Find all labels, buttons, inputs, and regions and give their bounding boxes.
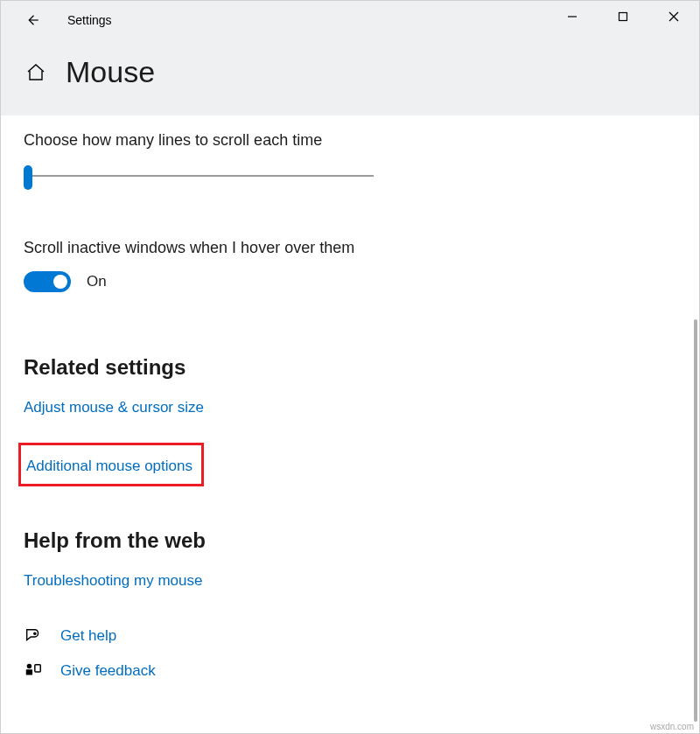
maximize-button[interactable] [598,1,648,32]
home-icon [25,62,46,83]
inactive-scroll-row: On [24,271,676,292]
get-help-icon [24,626,43,646]
give-feedback-link[interactable]: Give feedback [60,662,156,680]
minimize-icon [567,11,578,22]
inactive-scroll-label: Scroll inactive windows when I hover ove… [24,239,676,257]
arrow-left-icon [24,12,40,28]
window-title: Settings [67,13,112,27]
page-header: Mouse [1,39,699,115]
additional-mouse-options-link[interactable]: Additional mouse options [26,458,192,475]
svg-rect-2 [620,13,627,21]
toggle-knob [53,275,67,289]
adjust-mouse-cursor-link[interactable]: Adjust mouse & cursor size [24,399,204,416]
scrollbar[interactable] [694,319,697,722]
troubleshoot-mouse-link[interactable]: Troubleshooting my mouse [24,572,202,590]
page-title: Mouse [66,55,155,89]
inactive-scroll-state: On [87,273,107,290]
scroll-lines-label: Choose how many lines to scroll each tim… [24,131,676,150]
scroll-lines-slider[interactable] [24,164,374,188]
svg-point-5 [34,633,36,634]
back-button[interactable] [22,10,43,31]
give-feedback-row[interactable]: Give feedback [24,661,676,681]
content-area: Choose how many lines to scroll each tim… [1,115,699,681]
help-heading: Help from the web [24,528,676,553]
inactive-scroll-toggle[interactable] [24,271,71,292]
svg-point-6 [27,664,32,669]
minimize-button[interactable] [547,1,598,32]
related-settings-heading: Related settings [24,355,676,380]
slider-thumb[interactable] [24,165,32,190]
caption-controls [547,1,699,32]
slider-track [24,175,374,177]
close-button[interactable] [648,1,699,32]
svg-rect-7 [26,669,32,675]
maximize-icon [618,11,628,22]
feedback-icon [24,661,43,681]
svg-rect-8 [35,665,40,672]
close-icon [668,11,679,22]
titlebar: Settings [1,1,699,39]
home-button[interactable] [25,62,46,83]
highlight-box: Additional mouse options [18,443,204,486]
watermark: wsxdn.com [650,722,694,731]
get-help-row[interactable]: Get help [24,626,676,646]
get-help-link[interactable]: Get help [60,627,116,645]
